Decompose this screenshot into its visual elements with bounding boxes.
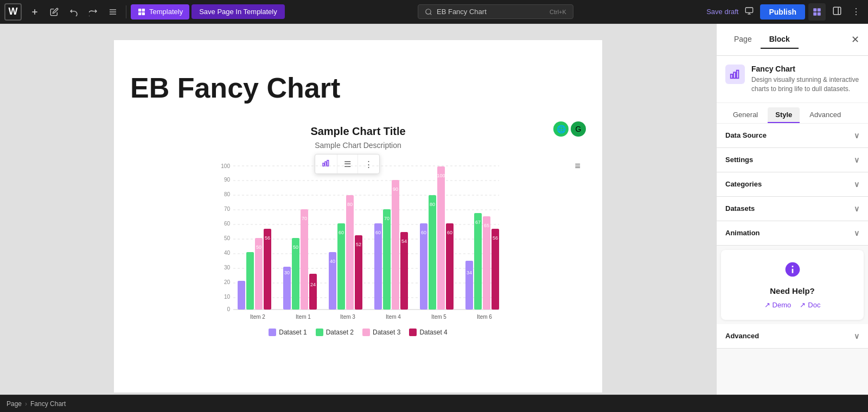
need-help-icon [730, 261, 855, 282]
demo-label: Demo [773, 301, 792, 309]
svg-text:80: 80 [347, 202, 353, 207]
sub-tab-advanced[interactable]: Advanced [802, 107, 848, 123]
svg-rect-81 [420, 223, 427, 310]
svg-text:40: 40 [330, 259, 335, 264]
templately-label: Templately [149, 8, 183, 16]
svg-text:0: 0 [227, 306, 230, 312]
chart-menu-icon[interactable]: ≡ [575, 160, 580, 172]
legend-color-1 [269, 329, 276, 336]
search-input[interactable] [437, 8, 545, 16]
sub-tabs: General Style Advanced [717, 103, 868, 124]
accordion-datasets: Datasets ∨ [717, 197, 868, 221]
accordion-datasets-label: Datasets [725, 204, 755, 213]
sidebar-toggle-button[interactable] [829, 3, 845, 21]
demo-link[interactable]: ↗ Demo [764, 301, 792, 309]
page-title: EB Fancy Chart [130, 73, 586, 104]
search-bar: Ctrl+K [287, 4, 704, 19]
svg-text:100: 100 [221, 163, 230, 169]
breadcrumb-page[interactable]: Page [7, 400, 22, 408]
doc-link[interactable]: ↗ Doc [800, 301, 820, 309]
publish-button[interactable]: Publish [760, 4, 805, 20]
accordion-data-source-label: Data Source [725, 131, 767, 139]
wp-logo-letter: W [9, 6, 18, 17]
accordion-categories-header[interactable]: Categories ∨ [717, 172, 868, 196]
sub-tab-style[interactable]: Style [768, 107, 800, 123]
plugin-info: Fancy Chart Design visually stunning & i… [717, 56, 868, 103]
accordion-categories: Categories ∨ [717, 172, 868, 197]
accordion-settings-chevron: ∨ [854, 156, 859, 164]
svg-rect-76 [392, 180, 399, 310]
user-profile-button[interactable] [808, 3, 826, 21]
accordion-data-source-chevron: ∨ [854, 131, 859, 140]
search-shortcut: Ctrl+K [550, 9, 566, 15]
wp-logo[interactable]: W [4, 3, 22, 21]
undo-button[interactable] [65, 4, 82, 20]
legend-label-4: Dataset 4 [419, 329, 447, 336]
sub-tab-general[interactable]: General [725, 107, 765, 123]
more-options-button[interactable]: ⋮ [848, 3, 864, 20]
breadcrumb-separator: › [25, 400, 27, 408]
legend-label-3: Dataset 3 [373, 329, 400, 336]
add-block-button[interactable] [26, 4, 43, 20]
chart-legend: Dataset 1 Dataset 2 Dataset 3 Dataset 4 [130, 329, 586, 336]
svg-rect-74 [383, 209, 391, 310]
collaborator-2-icon: G [571, 121, 586, 137]
need-help-title: Need Help? [730, 286, 855, 295]
svg-rect-60 [309, 274, 317, 310]
legend-dataset4: Dataset 4 [409, 329, 447, 336]
accordion-animation-label: Animation [725, 229, 760, 237]
accordion-animation-chevron: ∨ [854, 229, 859, 237]
accordion-advanced: Advanced ∨ [717, 324, 868, 349]
accordion-settings-label: Settings [725, 156, 753, 164]
accordion-data-source-header[interactable]: Data Source ∨ [717, 124, 868, 147]
accordion-settings-header[interactable]: Settings ∨ [717, 148, 868, 172]
tab-block[interactable]: Block [761, 30, 799, 49]
redo-button[interactable] [85, 4, 102, 20]
svg-text:50: 50 [293, 244, 298, 250]
accordion-advanced-header[interactable]: Advanced ∨ [717, 324, 868, 348]
save-draft-button[interactable]: Save draft [706, 8, 738, 16]
legend-label-1: Dataset 1 [279, 329, 307, 336]
collaborator-1-icon: 🌐 [553, 121, 569, 137]
accordion-datasets-header[interactable]: Datasets ∨ [717, 197, 868, 221]
accordion-animation-header[interactable]: Animation ∨ [717, 221, 868, 245]
svg-line-10 [430, 13, 432, 15]
svg-text:80: 80 [430, 202, 435, 207]
svg-rect-51 [264, 229, 271, 310]
canvas-area: ☰ ⋮ 🌐 G EB Fancy Chart Sample Chart Titl… [0, 24, 716, 395]
breadcrumb-block[interactable]: Fancy Chart [30, 400, 66, 408]
panel-close-button[interactable]: ✕ [851, 34, 859, 46]
svg-text:Item 5: Item 5 [431, 314, 446, 320]
divider-1 [126, 5, 126, 18]
main-toolbar: W Templately Save Page In Templately Ctr… [0, 0, 868, 24]
save-templately-button[interactable]: Save Page In Templately [192, 4, 285, 19]
svg-text:Item 3: Item 3 [340, 314, 355, 320]
svg-text:34: 34 [467, 270, 472, 275]
svg-text:100: 100 [437, 173, 445, 178]
svg-text:56: 56 [265, 235, 270, 241]
svg-rect-87 [446, 223, 454, 310]
edit-button[interactable] [46, 4, 63, 20]
tab-page[interactable]: Page [725, 30, 761, 49]
svg-text:20: 20 [239, 274, 244, 280]
svg-text:20: 20 [224, 279, 231, 285]
svg-text:70: 70 [224, 206, 231, 212]
accordion-settings: Settings ∨ [717, 148, 868, 172]
svg-text:Item 4: Item 4 [386, 314, 401, 320]
legend-color-3 [362, 329, 370, 336]
svg-point-9 [426, 9, 431, 14]
svg-rect-58 [301, 209, 308, 310]
demo-icon: ↗ [764, 301, 770, 309]
preview-button[interactable] [742, 3, 757, 21]
svg-text:50: 50 [224, 235, 231, 241]
plugin-name: Fancy Chart [751, 65, 859, 73]
accordion-datasets-chevron: ∨ [854, 204, 859, 213]
templately-button[interactable]: Templately [131, 4, 189, 20]
svg-text:10: 10 [224, 294, 231, 300]
svg-rect-17 [818, 12, 821, 15]
legend-dataset3: Dataset 3 [362, 329, 400, 336]
svg-rect-11 [746, 8, 753, 12]
svg-text:Item 6: Item 6 [477, 314, 492, 320]
list-view-button[interactable] [104, 4, 122, 20]
svg-text:Item 2: Item 2 [250, 314, 265, 320]
